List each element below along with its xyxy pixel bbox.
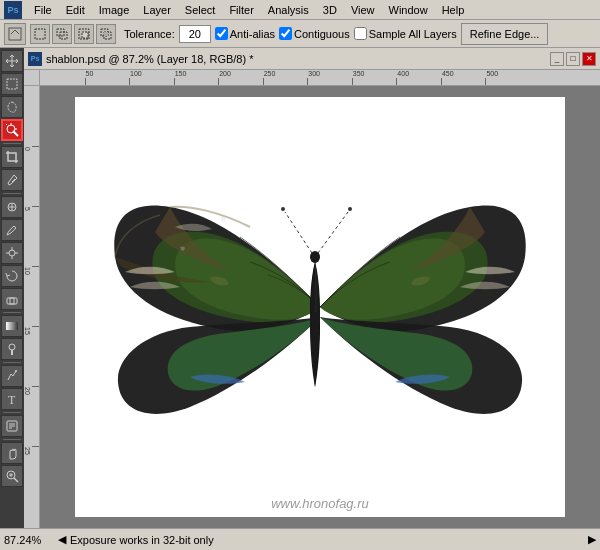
tool-brush[interactable] [1,219,23,241]
minimize-button[interactable]: _ [550,52,564,66]
tool-separator-3 [3,312,21,313]
menu-analysis[interactable]: Analysis [262,2,315,18]
refine-edge-button[interactable]: Refine Edge... [461,23,549,45]
anti-alias-group: Anti-alias [215,27,275,40]
menu-file[interactable]: File [28,2,58,18]
anti-alias-checkbox[interactable] [215,27,228,40]
svg-point-27 [9,344,15,350]
tool-separator-1 [3,143,21,144]
contiguous-group: Contiguous [279,27,350,40]
menu-bar: Ps File Edit Image Layer Select Filter A… [0,0,600,20]
tool-healing[interactable] [1,196,23,218]
sample-all-layers-label: Sample All Layers [369,28,457,40]
svg-rect-1 [35,29,45,39]
canvas-container: Ps shablon.psd @ 87.2% (Layer 18, RGB/8)… [24,48,600,528]
main-area: T Ps shablon.psd @ 87.2% (Layer 18, RGB/… [0,48,600,528]
status-zoom: 87.24% [4,534,54,546]
svg-rect-8 [104,32,108,36]
tool-pen[interactable] [1,365,23,387]
menu-window[interactable]: Window [383,2,434,18]
ruler-horizontal: 50100150200250300350400450500 [40,70,600,86]
doc-ps-mini-logo: Ps [28,52,42,66]
doc-title-left: Ps shablon.psd @ 87.2% (Layer 18, RGB/8)… [28,52,253,66]
status-info: Exposure works in 32-bit only [70,534,584,546]
tolerance-input[interactable] [179,25,211,43]
menu-edit[interactable]: Edit [60,2,91,18]
new-selection-btn[interactable] [30,24,50,44]
svg-line-14 [6,124,7,125]
tool-gradient[interactable] [1,315,23,337]
svg-rect-9 [7,79,17,89]
tolerance-label: Tolerance: [124,28,175,40]
menu-select[interactable]: Select [179,2,222,18]
tool-clone[interactable] [1,242,23,264]
status-bar: 87.24% ◀ Exposure works in 32-bit only ▶ [0,528,600,550]
ruler-vertical: 0510152025 [24,86,40,528]
svg-line-42 [318,212,348,253]
ps-logo: Ps [4,1,22,19]
tool-lasso[interactable] [1,96,23,118]
tool-preset-picker[interactable] [4,23,26,45]
tool-eyedropper[interactable] [1,169,23,191]
contiguous-checkbox[interactable] [279,27,292,40]
tool-eraser[interactable] [1,288,23,310]
tool-separator-4 [3,362,21,363]
svg-point-43 [348,207,352,211]
tool-separator-2 [3,193,21,194]
document-title: shablon.psd @ 87.2% (Layer 18, RGB/8) * [46,53,253,65]
document-titlebar: Ps shablon.psd @ 87.2% (Layer 18, RGB/8)… [24,48,600,70]
ruler-corner [24,70,40,86]
menu-layer[interactable]: Layer [137,2,177,18]
svg-rect-25 [10,298,14,304]
menu-filter[interactable]: Filter [223,2,259,18]
butterfly-image [75,97,565,517]
svg-line-36 [14,478,18,482]
sample-all-layers-checkbox[interactable] [354,27,367,40]
svg-point-41 [281,207,285,211]
subtract-selection-btn[interactable] [74,24,94,44]
watermark: www.hronofag.ru [271,496,369,511]
options-bar: Tolerance: Anti-alias Contiguous Sample … [0,20,600,48]
tool-separator-5 [3,412,21,413]
close-button[interactable]: ✕ [582,52,596,66]
contiguous-label: Contiguous [294,28,350,40]
maximize-button[interactable]: □ [566,52,580,66]
svg-point-29 [15,370,17,372]
svg-point-19 [9,250,15,256]
tool-magic-wand[interactable] [1,119,23,141]
svg-rect-24 [7,298,17,304]
selection-mode-group [30,24,116,44]
svg-rect-5 [82,32,88,38]
sample-all-layers-group: Sample All Layers [354,27,457,40]
svg-text:T: T [8,393,16,406]
canvas-area[interactable]: www.hronofag.ru [40,86,600,528]
status-arrow-right[interactable]: ▶ [588,533,596,546]
svg-rect-26 [6,322,18,330]
menu-help[interactable]: Help [436,2,471,18]
toolbar: T [0,48,24,528]
tool-separator-6 [3,439,21,440]
tool-dodge[interactable] [1,338,23,360]
svg-line-40 [285,212,312,253]
tool-rect-marquee[interactable] [1,73,23,95]
tool-hand[interactable] [1,442,23,464]
canvas-content: www.hronofag.ru [75,97,565,517]
menu-image[interactable]: Image [93,2,136,18]
tool-move[interactable] [1,50,23,72]
window-controls: _ □ ✕ [550,52,596,66]
tool-history[interactable] [1,265,23,287]
tool-crop[interactable] [1,146,23,168]
menu-3d[interactable]: 3D [317,2,343,18]
tool-type[interactable]: T [1,388,23,410]
add-selection-btn[interactable] [52,24,72,44]
svg-point-11 [7,125,15,133]
tool-notes[interactable] [1,415,23,437]
intersect-selection-btn[interactable] [96,24,116,44]
tool-zoom[interactable] [1,465,23,487]
anti-alias-label: Anti-alias [230,28,275,40]
menu-view[interactable]: View [345,2,381,18]
status-arrow-left[interactable]: ◀ [58,533,66,546]
